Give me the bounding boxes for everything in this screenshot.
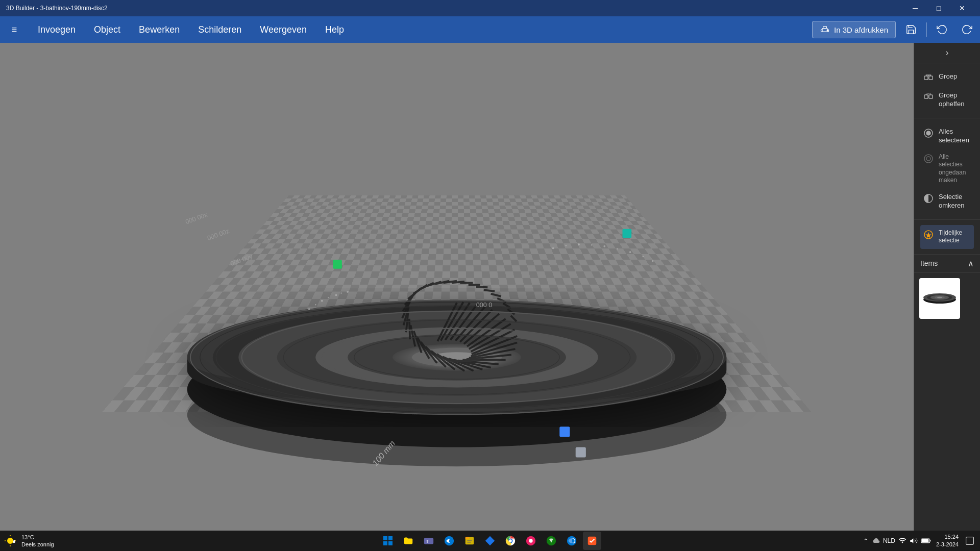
maximize-button[interactable]: □	[927, 0, 950, 16]
svg-point-92	[643, 256, 644, 258]
invert-selection-button[interactable]: Selectie omkeren	[920, 189, 974, 214]
windows-icon	[383, 536, 393, 546]
taskbar-right: ⌃ NLD	[863, 533, 976, 549]
group-button[interactable]: Groep	[920, 68, 974, 87]
panel-group-section: Groep Groep opheffen	[914, 63, 980, 118]
svg-point-84	[347, 291, 349, 293]
taskbar: 13°C Deels zonnig T	[0, 531, 980, 551]
svg-point-1	[827, 30, 828, 31]
chrome-button[interactable]	[501, 532, 520, 550]
svg-point-83	[340, 292, 342, 294]
svg-point-89	[603, 245, 605, 247]
svg-rect-117	[383, 541, 387, 545]
svg-rect-77	[576, 447, 586, 457]
undo-button[interactable]	[933, 20, 951, 39]
select-all-button[interactable]: Alles selecteren	[920, 123, 974, 149]
svg-point-91	[629, 251, 631, 253]
menu-object[interactable]: Object	[85, 20, 130, 39]
panel-toggle-button[interactable]: ›	[914, 43, 980, 63]
hamburger-button[interactable]: ≡	[4, 19, 24, 40]
xbox-button[interactable]	[542, 532, 560, 550]
app6-icon	[484, 535, 496, 546]
app11-button[interactable]	[583, 532, 601, 550]
minimize-button[interactable]: ─	[903, 0, 927, 16]
svg-text:000 00z: 000 00z	[206, 228, 230, 242]
xbox-icon	[546, 535, 557, 546]
edge-work-button[interactable]	[440, 532, 458, 550]
file-manager-button[interactable]	[460, 532, 479, 550]
svg-point-93	[652, 260, 654, 262]
main-content: 100 mm 000 0 000 00z 000 00y 000 00x	[0, 43, 980, 531]
svg-point-109	[937, 297, 942, 298]
titlebar-controls: ─ □ ✕	[903, 0, 974, 16]
svg-rect-75	[623, 229, 632, 238]
titlebar-title: 3D Builder - 3-bathinov-190mm-disc2	[6, 5, 108, 12]
app11-icon	[586, 535, 598, 546]
start-button[interactable]	[379, 532, 397, 550]
save-button[interactable]	[902, 20, 920, 39]
print3d-button[interactable]: In 3D afdrukken	[812, 21, 896, 38]
deselect-icon	[923, 154, 934, 164]
items-collapse-icon[interactable]: ∧	[968, 259, 974, 268]
chrome-icon	[505, 535, 516, 546]
panel-temp-section: Tijdelijke selectie	[914, 220, 980, 255]
svg-point-86	[566, 245, 567, 246]
close-button[interactable]: ✕	[950, 0, 974, 16]
file-explorer-button[interactable]	[399, 532, 418, 550]
teams-button[interactable]: T	[420, 532, 438, 550]
menu-help[interactable]: Help	[316, 20, 353, 39]
temp-select-button[interactable]: Tijdelijke selectie	[920, 225, 974, 249]
notification-button[interactable]	[964, 535, 976, 547]
svg-rect-116	[388, 536, 393, 540]
item-thumbnail-0[interactable]	[919, 278, 960, 319]
ungroup-button[interactable]: Groep opheffen	[920, 87, 974, 113]
system-tray: ⌃ NLD	[863, 537, 931, 545]
weather-temp: 13°C	[21, 534, 54, 541]
taskbar-left: 13°C Deels zonnig	[4, 534, 54, 548]
notification-icon	[966, 537, 974, 545]
menu-schilderen[interactable]: Schilderen	[189, 20, 251, 39]
weather-desc: Deels zonnig	[21, 541, 54, 548]
svg-line-56	[476, 287, 488, 287]
weather-info: 13°C Deels zonnig	[21, 534, 54, 548]
svg-point-85	[552, 247, 554, 249]
titlebar: 3D Builder - 3-bathinov-190mm-disc2 ─ □ …	[0, 0, 980, 16]
battery-icon	[921, 538, 931, 544]
menu-invoegen[interactable]: Invoegen	[29, 20, 85, 39]
time-display: 15:24	[944, 533, 959, 541]
svg-point-79	[315, 304, 316, 306]
svg-rect-137	[966, 537, 974, 545]
onedrive-icon	[872, 537, 880, 545]
clock[interactable]: 15:24 2-3-2024	[936, 533, 959, 549]
temp-select-icon	[923, 230, 934, 240]
svg-marker-133	[910, 538, 913, 543]
svg-text:000 00y: 000 00y	[229, 253, 253, 267]
print3d-icon	[820, 24, 830, 35]
ungroup-icon	[923, 92, 934, 102]
menu-bewerken[interactable]: Bewerken	[130, 20, 189, 39]
3d-viewport[interactable]: 100 mm 000 0 000 00z 000 00y 000 00x	[0, 43, 914, 531]
save-icon	[905, 24, 917, 35]
app8-button[interactable]	[522, 532, 540, 550]
tray-chevron[interactable]: ⌃	[863, 537, 869, 545]
group-icon	[923, 73, 934, 83]
svg-point-99	[926, 131, 930, 135]
svg-point-88	[591, 244, 593, 246]
svg-rect-118	[388, 541, 393, 545]
svg-rect-119	[424, 538, 433, 544]
disc-slots	[190, 281, 723, 415]
svg-rect-135	[930, 540, 931, 541]
menu-weergeven[interactable]: Weergeven	[251, 20, 316, 39]
panel-select-section: Alles selecteren Alle selecties ongedaan…	[914, 118, 980, 220]
deselect-all-button[interactable]: Alle selecties ongedaan maken	[920, 149, 974, 189]
redo-button[interactable]	[958, 20, 976, 39]
svg-point-82	[335, 294, 337, 296]
undo-icon	[937, 24, 948, 35]
items-content	[914, 273, 980, 324]
lang-label: NLD	[883, 537, 895, 544]
svg-rect-136	[921, 539, 928, 542]
svg-point-121	[445, 536, 454, 545]
browser-button[interactable]	[562, 532, 581, 550]
app6-button[interactable]	[481, 532, 499, 550]
app8-icon	[525, 535, 536, 546]
